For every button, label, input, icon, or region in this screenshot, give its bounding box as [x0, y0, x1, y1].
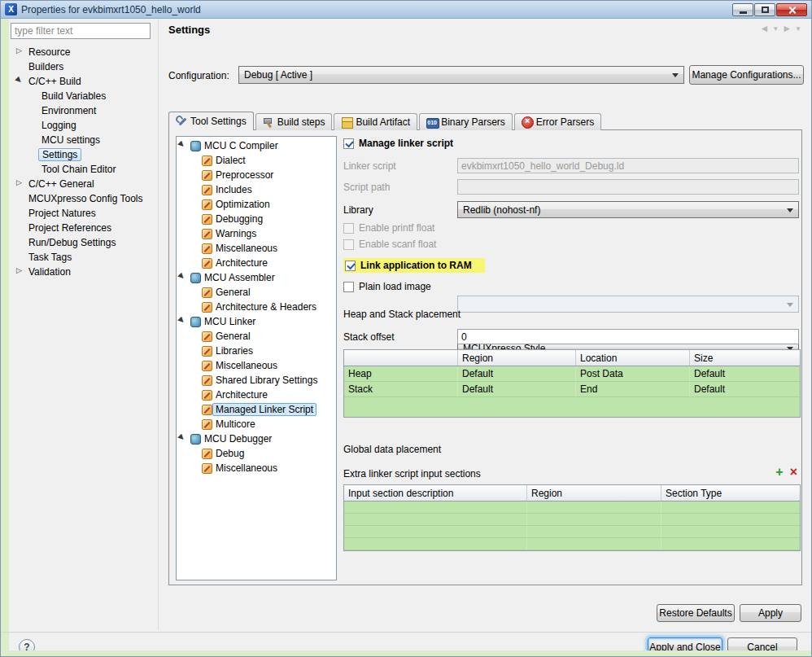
manage-linker-script-row[interactable]: Manage linker script — [343, 138, 453, 149]
tool-tree-item[interactable]: MCU Linker — [177, 314, 336, 329]
apply-button[interactable]: Apply — [740, 604, 801, 622]
sidebar-item-label: Project References — [28, 222, 111, 234]
filter-input[interactable] — [11, 23, 151, 39]
expand-arrow-icon[interactable] — [179, 316, 185, 324]
maximize-button[interactable] — [754, 3, 775, 16]
column-header[interactable]: Size — [690, 350, 800, 366]
table-row[interactable]: Stack Default End Default — [344, 382, 800, 397]
tool-tree-item[interactable]: Miscellaneous — [177, 241, 336, 256]
tool-tree-item[interactable]: Preprocessor — [177, 168, 336, 182]
stack-offset-input[interactable] — [457, 329, 799, 344]
tool-tree-item[interactable]: Architecture — [177, 388, 336, 402]
expand-arrow-icon[interactable] — [179, 433, 185, 441]
tool-tree-item[interactable]: MCU Assembler — [177, 270, 336, 285]
tool-tree-item[interactable]: MCU Debugger — [177, 431, 336, 446]
tool-tree-item[interactable]: Architecture — [177, 256, 336, 270]
tool-tree-item[interactable]: Warnings — [177, 226, 336, 241]
sidebar-tree-item[interactable]: Settings — [9, 147, 158, 162]
sidebar-tree-item[interactable]: Project References — [9, 221, 158, 235]
script-path-field — [457, 179, 799, 195]
expand-arrow-icon[interactable] — [16, 266, 26, 274]
tool-tree-item[interactable]: General — [177, 329, 336, 344]
tool-category-icon — [202, 155, 212, 166]
expand-arrow-icon[interactable] — [16, 76, 26, 84]
sidebar-tree-item[interactable]: C/C++ Build — [9, 74, 158, 89]
expand-arrow-icon[interactable] — [179, 272, 185, 280]
global-data-placement-label: Global data placement — [343, 444, 441, 455]
manage-linker-script-checkbox[interactable] — [343, 138, 354, 149]
column-header[interactable]: Section Type — [661, 485, 800, 501]
minimize-button[interactable] — [732, 3, 753, 16]
tool-category-icon — [202, 243, 212, 254]
tool-tree-item[interactable]: Dialect — [177, 153, 336, 168]
sidebar-tree-item[interactable]: Resource — [9, 45, 158, 59]
configuration-select[interactable]: Debug [ Active ] — [238, 66, 684, 84]
tool-category-icon — [202, 287, 212, 298]
delete-section-icon[interactable]: × — [790, 466, 797, 478]
tool-tree-item[interactable]: Libraries — [177, 344, 336, 358]
nav-back-dropdown-icon[interactable]: ▼ — [772, 25, 779, 33]
tool-tree-item[interactable]: Optimization — [177, 197, 336, 212]
sidebar-tree-item[interactable]: Builders — [9, 59, 158, 74]
sidebar-tree-item[interactable]: Task Tags — [9, 250, 158, 265]
tool-tree-item[interactable]: Miscellaneous — [177, 358, 336, 373]
nav-forward-dropdown-icon[interactable]: ▼ — [795, 25, 801, 33]
tool-tree-item[interactable]: Architecture & Headers — [177, 300, 336, 314]
table-row[interactable] — [344, 502, 800, 514]
extra-sections-table-header: Input section description Region Section… — [344, 485, 800, 502]
plain-load-image-checkbox[interactable] — [343, 282, 354, 292]
sidebar-tree-item[interactable]: MCUXpresso Config Tools — [9, 191, 158, 206]
expand-arrow-icon[interactable] — [179, 140, 185, 148]
extra-sections-actions: + × — [775, 466, 797, 478]
tool-tree-item[interactable]: Multicore — [177, 417, 336, 431]
expand-arrow-icon[interactable] — [16, 46, 26, 55]
table-row[interactable] — [344, 526, 800, 538]
sidebar-divider[interactable] — [158, 19, 159, 630]
column-header[interactable]: Location — [576, 350, 690, 366]
expand-arrow-icon[interactable] — [16, 178, 26, 186]
tab-tool-settings[interactable]: Tool Settings — [168, 112, 254, 130]
sidebar-tree-item[interactable]: Project Natures — [9, 206, 158, 221]
sidebar-tree-item[interactable]: C/C++ General — [9, 177, 158, 191]
link-application-to-ram-row[interactable]: Link application to RAM — [343, 258, 485, 273]
library-select[interactable]: Redlib (nohost-nf) — [457, 201, 799, 218]
table-row[interactable]: Heap Default Post Data Default — [344, 366, 800, 382]
tab-build-steps[interactable]: Build steps — [255, 113, 333, 130]
tool-tree-item[interactable]: MCU C Compiler — [177, 138, 336, 153]
column-header[interactable]: Region — [458, 350, 576, 366]
plain-load-image-row[interactable]: Plain load image — [343, 281, 431, 292]
link-application-to-ram-checkbox[interactable] — [345, 261, 356, 271]
tool-tree-item[interactable]: General — [177, 285, 336, 300]
tool-tree-item[interactable]: Miscellaneous — [177, 461, 336, 475]
column-header[interactable]: Input section description — [344, 485, 527, 501]
close-button[interactable] — [776, 3, 807, 16]
sidebar-tree-item[interactable]: Validation — [9, 265, 158, 279]
nav-back-icon[interactable]: ◄ — [759, 23, 769, 34]
tab-error-parsers[interactable]: Error Parsers — [514, 113, 601, 130]
sidebar-tree-item[interactable]: MCU settings — [9, 133, 158, 147]
tab-build-artifact[interactable]: Build Artifact — [334, 113, 417, 130]
manage-configurations-button[interactable]: Manage Configurations... — [689, 65, 804, 85]
tool-category-icon — [202, 419, 212, 430]
table-row[interactable] — [344, 538, 800, 550]
column-header[interactable] — [344, 350, 458, 366]
sidebar-tree-item[interactable]: Tool Chain Editor — [9, 162, 158, 177]
column-header[interactable]: Region — [527, 485, 661, 501]
tool-tree-item[interactable]: Debugging — [177, 212, 336, 226]
restore-defaults-button[interactable]: Restore Defaults — [657, 604, 735, 622]
sidebar-tree-item[interactable]: Logging — [9, 118, 158, 133]
add-section-icon[interactable]: + — [775, 466, 783, 478]
tool-tree-item[interactable]: Managed Linker Script — [177, 402, 336, 417]
nav-forward-icon[interactable]: ► — [782, 23, 792, 34]
sidebar-tree-item[interactable]: Environment — [9, 103, 158, 118]
tool-tree-item[interactable]: Includes — [177, 182, 336, 197]
tab-binary-parsers[interactable]: Binary Parsers — [419, 113, 513, 130]
binary-parsers-icon — [426, 116, 438, 128]
tool-tree-item[interactable]: Shared Library Settings — [177, 373, 336, 388]
table-row[interactable] — [344, 514, 800, 526]
titlebar[interactable]: X Properties for evkbimxrt1050_hello_wor… — [1, 1, 811, 19]
sidebar-tree-item[interactable]: Run/Debug Settings — [9, 235, 158, 250]
sidebar-item-label: MCUXpresso Config Tools — [28, 193, 143, 204]
sidebar-tree-item[interactable]: Build Variables — [9, 89, 158, 103]
tool-tree-item[interactable]: Debug — [177, 446, 336, 461]
